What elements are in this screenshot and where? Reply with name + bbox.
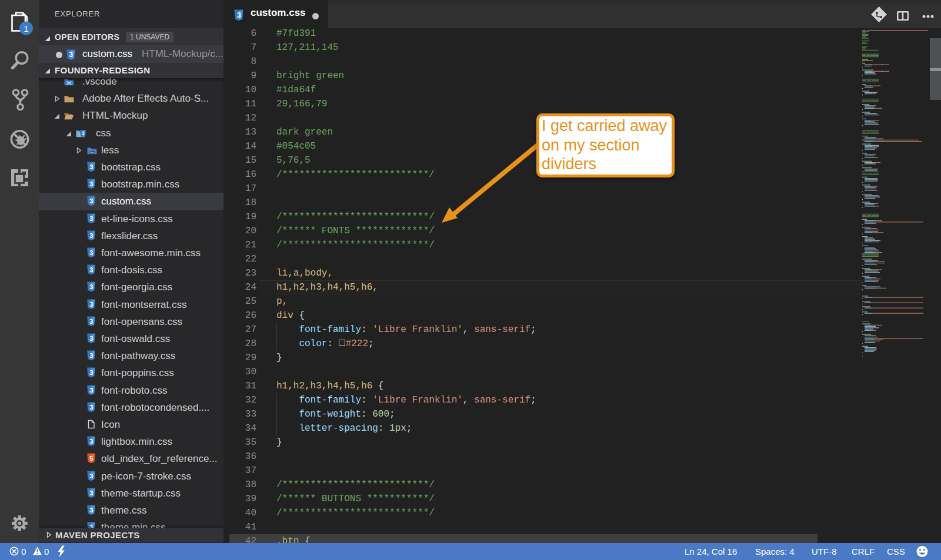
svg-text:CSS: CSS [887,546,905,556]
svg-text:3: 3 [82,130,85,136]
svg-text:3: 3 [89,283,93,290]
svg-text:0: 0 [21,546,26,556]
svg-text:0: 0 [44,546,49,556]
svg-text:3: 3 [89,180,93,187]
svg-text:3: 3 [89,214,93,222]
svg-text:3: 3 [89,352,93,359]
svg-text:3: 3 [89,403,93,410]
svg-text:3: 3 [89,489,93,496]
svg-text:3: 3 [89,386,93,393]
svg-text:less: less [90,150,95,153]
svg-text:3: 3 [89,317,93,324]
svg-text:3: 3 [89,438,93,445]
svg-text:3: 3 [89,163,93,170]
svg-text:3: 3 [89,369,93,376]
svg-text:3: 3 [89,249,93,256]
svg-text:3: 3 [237,11,241,19]
svg-text:3: 3 [89,524,93,528]
svg-text:3: 3 [89,232,93,239]
svg-text:3: 3 [89,335,93,342]
svg-text:Spaces: 4: Spaces: 4 [755,546,795,556]
svg-text:3: 3 [89,266,93,273]
svg-text:3: 3 [89,300,93,307]
svg-text:CRLF: CRLF [852,546,875,556]
svg-text:5: 5 [89,455,94,462]
svg-text:3: 3 [89,197,93,204]
svg-text:3: 3 [69,51,73,59]
svg-text:Ln 24, Col 16: Ln 24, Col 16 [685,546,737,556]
svg-text:3: 3 [89,507,93,514]
svg-text:1: 1 [24,24,28,33]
svg-text:3: 3 [89,472,93,479]
svg-text:UTF-8: UTF-8 [812,546,837,556]
